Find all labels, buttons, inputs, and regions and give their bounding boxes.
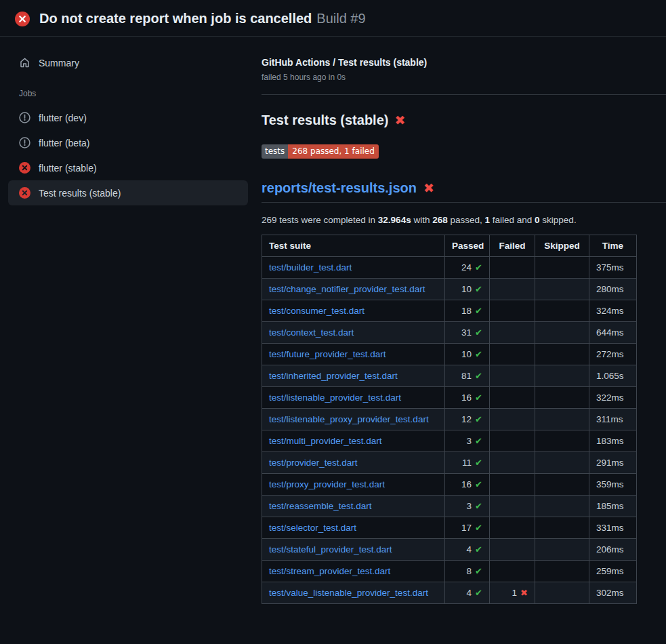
passed-count: 4: [467, 544, 472, 555]
time-cell: 259ms: [589, 561, 637, 582]
test-suite-link[interactable]: test/listenable_proxy_provider_test.dart: [269, 414, 429, 424]
column-header-skipped: Skipped: [535, 235, 589, 257]
skipped-cell: [535, 539, 589, 561]
time-cell: 206ms: [589, 539, 637, 561]
check-icon: ✔: [475, 393, 482, 403]
warning-circle-icon: [19, 137, 30, 148]
summary-skipped-count: 0: [535, 215, 540, 225]
sidebar-item-flutter-beta[interactable]: flutter (beta): [8, 130, 248, 155]
home-icon: [19, 57, 30, 68]
results-table-body: test/builder_test.dart24✔375mstest/chang…: [262, 257, 637, 604]
summary-passed-count: 268: [432, 215, 448, 225]
skipped-cell: [535, 452, 589, 474]
sidebar: Summary Jobs flutter (dev) flut: [0, 37, 257, 205]
time-cell: 272ms: [589, 344, 637, 365]
sidebar-item-flutter-dev[interactable]: flutter (dev): [8, 105, 248, 130]
failed-cell: [490, 561, 535, 582]
check-icon: ✔: [475, 479, 482, 489]
check-icon: ✔: [475, 414, 482, 424]
test-suite-link[interactable]: test/value_listenable_provider_test.dart: [269, 588, 428, 598]
test-suite-row: test/future_provider_test.dart10✔272ms: [262, 344, 637, 365]
summary-text: with: [411, 215, 433, 225]
time-cell: 644ms: [589, 322, 637, 344]
passed-count: 4: [467, 588, 472, 598]
suite-cell: test/future_provider_test.dart: [262, 344, 445, 365]
x-circle-icon: [19, 162, 30, 174]
test-suite-link[interactable]: test/change_notifier_provider_test.dart: [269, 284, 425, 294]
jobs-section-label: Jobs: [8, 75, 248, 105]
skipped-cell: [535, 430, 589, 452]
passed-count: 24: [461, 262, 472, 273]
test-suite-link[interactable]: test/inherited_provider_test.dart: [269, 371, 398, 381]
column-header-failed: Failed: [490, 235, 535, 257]
skipped-cell: [535, 365, 589, 387]
column-header-time: Time: [589, 235, 637, 257]
check-icon: ✔: [475, 544, 482, 555]
sidebar-item-test-results-stable[interactable]: Test results (stable): [8, 180, 248, 205]
time-cell: 185ms: [589, 496, 637, 517]
failed-cell: [490, 279, 535, 300]
passed-count: 31: [461, 327, 472, 338]
check-icon: ✔: [475, 349, 482, 359]
suite-cell: test/context_test.dart: [262, 322, 445, 344]
test-suite-link[interactable]: test/consumer_test.dart: [269, 306, 365, 316]
test-suite-link[interactable]: test/listenable_provider_test.dart: [269, 393, 401, 403]
passed-cell: 10✔: [445, 279, 490, 300]
results-section-heading: Test results (stable) ✖: [262, 113, 666, 128]
test-suite-row: test/value_listenable_provider_test.dart…: [262, 582, 637, 604]
failed-cell: [490, 322, 535, 344]
suite-cell: test/builder_test.dart: [262, 257, 445, 279]
summary-text: passed,: [448, 215, 485, 225]
test-suite-link[interactable]: test/future_provider_test.dart: [269, 349, 386, 359]
test-suite-link[interactable]: test/stream_provider_test.dart: [269, 566, 390, 576]
failed-cell: [490, 452, 535, 474]
tests-status-badge: tests 268 passed, 1 failed: [262, 144, 379, 159]
passed-cell: 4✔: [445, 582, 490, 604]
check-icon: ✔: [475, 327, 482, 338]
x-circle-icon: [19, 187, 30, 199]
check-icon: ✔: [475, 436, 482, 446]
passed-cell: 12✔: [445, 409, 490, 430]
time-cell: 291ms: [589, 452, 637, 474]
summary-line: 269 tests were completed in 32.964s with…: [262, 215, 666, 225]
test-suite-link[interactable]: test/provider_test.dart: [269, 458, 358, 468]
suite-cell: test/proxy_provider_test.dart: [262, 474, 445, 496]
passed-count: 16: [461, 479, 472, 489]
summary-text: 269 tests were completed in: [262, 215, 378, 225]
sidebar-item-flutter-stable[interactable]: flutter (stable): [8, 155, 248, 180]
test-suite-row: test/stream_provider_test.dart8✔259ms: [262, 561, 637, 582]
failed-x-icon: ✖: [423, 182, 434, 195]
passed-count: 81: [461, 371, 472, 381]
check-icon: ✔: [475, 371, 482, 381]
sidebar-item-summary[interactable]: Summary: [8, 50, 248, 75]
passed-count: 16: [461, 393, 472, 403]
warning-circle-icon: [19, 112, 30, 123]
skipped-cell: [535, 322, 589, 344]
test-suite-link[interactable]: test/reassemble_test.dart: [269, 501, 372, 511]
passed-cell: 31✔: [445, 322, 490, 344]
skipped-cell: [535, 561, 589, 582]
time-cell: 322ms: [589, 387, 637, 409]
failed-cell: [490, 539, 535, 561]
passed-cell: 10✔: [445, 344, 490, 365]
failed-cell: [490, 496, 535, 517]
test-suite-link[interactable]: test/context_test.dart: [269, 327, 354, 338]
report-file-link[interactable]: reports/test-results.json: [262, 180, 417, 196]
test-suite-link[interactable]: test/proxy_provider_test.dart: [269, 479, 385, 489]
build-number: Build #9: [316, 11, 365, 26]
passed-cell: 24✔: [445, 257, 490, 279]
column-header-passed: Passed: [445, 235, 490, 257]
test-suite-link[interactable]: test/stateful_provider_test.dart: [269, 544, 392, 555]
test-suite-link[interactable]: test/selector_test.dart: [269, 523, 356, 533]
passed-count: 10: [461, 284, 472, 294]
test-suite-link[interactable]: test/builder_test.dart: [269, 262, 352, 273]
passed-cell: 11✔: [445, 452, 490, 474]
time-cell: 375ms: [589, 257, 637, 279]
passed-count: 17: [461, 523, 472, 533]
check-icon: ✔: [475, 501, 482, 511]
test-suite-link[interactable]: test/multi_provider_test.dart: [269, 436, 382, 446]
build-header: Do not create report when job is cancell…: [0, 0, 666, 37]
time-cell: 359ms: [589, 474, 637, 496]
job-label: Test results (stable): [39, 188, 121, 199]
passed-count: 12: [461, 414, 472, 424]
